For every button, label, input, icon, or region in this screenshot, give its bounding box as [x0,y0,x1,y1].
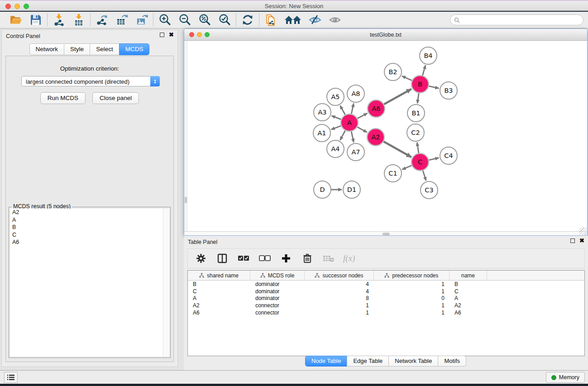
graph-node-C2[interactable]: C2 [407,124,424,141]
zoom-in-icon[interactable] [158,13,172,27]
graph-edge-C-C1 [402,165,413,170]
node-label: C1 [388,170,397,177]
zoom-selected-icon[interactable] [218,13,231,27]
show-all-eye-icon[interactable] [328,13,342,27]
mcds-result-item[interactable]: C [10,231,169,239]
graph-node-C4[interactable]: C4 [440,147,457,164]
graph-node-B3[interactable]: B3 [440,82,457,99]
graph-node-A8[interactable]: A8 [347,85,364,102]
graph-node-C3[interactable]: C3 [421,181,438,199]
network-canvas[interactable]: B4B2BB3A5A8A6A3B1AA1C2A2A4A7C4CC1C3DD1 [184,41,587,231]
graph-node-B[interactable]: B [411,76,429,93]
column-header-predecessor-nodes[interactable]: predecessor nodes [374,271,449,280]
import-network-icon[interactable] [52,13,66,27]
mcds-result-groupbox: MCDS result (5 nodes) A2ABCA6 [9,207,171,358]
toolbar-search-field[interactable] [450,14,583,25]
tab-network-table[interactable]: Network Table [388,356,438,367]
graph-node-B2[interactable]: B2 [384,63,402,81]
table-row[interactable]: Cdominator41C [188,288,584,295]
table-row[interactable]: Bdominator41B [188,281,584,288]
node-table-header: shared nameMCDS rolesuccessor nodesprede… [188,271,584,281]
window-resize-grip[interactable] [579,228,587,235]
node-label: B4 [424,52,432,59]
unselect-all-columns-icon[interactable] [258,252,272,265]
network-view-window: testGlobe.txt B4B2BB3A5A8A6A3B1AA1C2A2A4… [184,29,588,236]
create-column-plus-icon[interactable] [279,252,293,265]
table-cell: B [188,281,250,287]
table-row[interactable]: Adominator80A [188,295,584,302]
close-panel-icon[interactable]: ✖ [169,33,174,37]
export-table-icon[interactable] [115,13,129,27]
graph-node-C[interactable]: C [411,153,429,171]
close-panel-button[interactable]: Close panel [92,92,139,104]
hide-selected-eye-icon[interactable] [308,13,322,27]
refresh-icon[interactable] [241,13,254,27]
tab-motifs[interactable]: Motifs [438,356,466,367]
optimization-criterion-select[interactable]: largest connected component (directed) ▲… [21,76,160,86]
graph-node-C1[interactable]: C1 [384,165,402,182]
tab-edge-table[interactable]: Edge Table [347,356,389,367]
table-row[interactable]: A6connector11A6 [188,309,584,316]
float-table-panel-icon[interactable] [570,238,575,243]
tab-network[interactable]: Network [29,43,65,55]
horizontal-scroll-thumb[interactable] [382,233,390,235]
table-cell: 1 [374,281,449,287]
node-label: A5 [331,93,339,100]
table-cell: A [188,295,250,301]
column-header-name[interactable]: name [449,271,487,280]
mcds-result-item[interactable]: A6 [10,238,169,246]
graph-node-A1[interactable]: A1 [313,124,330,142]
mcds-result-list[interactable]: A2ABCA6 [10,209,169,357]
show-columns-icon[interactable] [215,252,229,265]
mcds-result-item[interactable]: A [10,216,169,224]
graph-node-B1[interactable]: B1 [407,105,425,122]
export-network-icon[interactable] [95,13,109,27]
tab-node-table[interactable]: Node Table [305,356,348,367]
graph-node-A7[interactable]: A7 [347,143,364,161]
column-header-mcds-role[interactable]: MCDS role [250,271,305,280]
task-history-button[interactable] [4,372,18,383]
graph-node-A5[interactable]: A5 [327,88,344,105]
tab-style[interactable]: Style [64,43,90,55]
mcds-result-item[interactable]: B [10,224,169,231]
open-session-icon[interactable] [9,13,23,27]
network-window-title: testGlobe.txt [184,32,587,38]
table-panel-tabs: Node TableEdge TableNetwork TableMotifs [184,356,588,367]
graph-node-D1[interactable]: D1 [343,181,360,198]
graph-node-A6[interactable]: A6 [368,100,385,117]
table-row[interactable]: A2connector11A2 [188,302,584,309]
vertical-scroll-thumb[interactable] [185,197,187,203]
search-input[interactable] [462,17,575,23]
new-network-from-selection-icon[interactable] [264,13,277,27]
result-scrollbar[interactable] [163,209,169,357]
export-image-icon[interactable] [135,13,148,27]
network-window-titlebar[interactable]: testGlobe.txt [184,29,587,41]
graph-node-A[interactable]: A [341,114,358,131]
graph-node-A2[interactable]: A2 [367,129,384,146]
run-mcds-button[interactable]: Run MCDS [40,92,86,104]
select-all-columns-icon[interactable] [237,252,250,265]
zoom-out-icon[interactable] [178,13,191,27]
mcds-result-item[interactable]: A2 [10,209,169,216]
column-label: shared name [207,272,239,279]
import-table-icon[interactable] [72,13,86,27]
zoom-fit-icon[interactable] [198,13,211,27]
shared-column-icon [384,273,389,278]
network-vertical-scrollbar[interactable] [184,41,187,231]
memory-button[interactable]: Memory [546,372,585,383]
graph-node-A3[interactable]: A3 [314,104,331,121]
table-settings-gear-icon[interactable] [194,252,208,265]
tab-select[interactable]: Select [90,43,120,55]
column-header-successor-nodes[interactable]: successor nodes [305,271,374,280]
delete-column-trash-icon[interactable] [301,252,314,265]
graph-node-D[interactable]: D [314,181,331,198]
graph-node-B4[interactable]: B4 [420,47,437,64]
float-panel-icon[interactable] [160,33,164,37]
graph-node-A4[interactable]: A4 [327,140,344,157]
network-horizontal-scrollbar[interactable] [184,231,587,235]
cybrowser-home-icon[interactable] [284,13,302,27]
column-header-shared-name[interactable]: shared name [188,271,250,280]
tab-mcds[interactable]: MCDS [119,43,150,55]
close-table-panel-icon[interactable]: ✖ [579,238,584,243]
save-session-icon[interactable] [29,13,43,27]
